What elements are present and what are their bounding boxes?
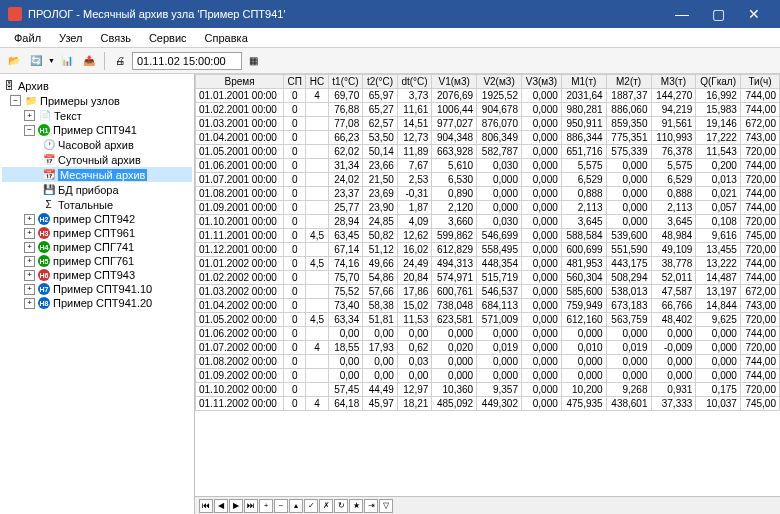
table-row[interactable]: 01.02.2001 00:00076,8865,2711,611006,449…: [196, 103, 780, 117]
table-row[interactable]: 01.11.2001 00:0004,563,4550,8212,62599,8…: [196, 229, 780, 243]
expand-icon[interactable]: +: [24, 228, 35, 239]
nav-refresh-button[interactable]: ↻: [334, 499, 348, 513]
expand-icon[interactable]: +: [24, 256, 35, 267]
table-row[interactable]: 01.01.2002 00:0004,574,1649,6624,49494,3…: [196, 257, 780, 271]
column-header[interactable]: Ти(ч): [740, 75, 779, 89]
nav-cancel-button[interactable]: ✗: [319, 499, 333, 513]
column-header[interactable]: Q(Гкал): [696, 75, 741, 89]
table-row[interactable]: 01.05.2002 00:0004,563,3451,8111,53623,5…: [196, 313, 780, 327]
table-row[interactable]: 01.09.2002 00:0000,000,000,000,0000,0000…: [196, 369, 780, 383]
column-header[interactable]: M3(т): [651, 75, 696, 89]
close-button[interactable]: ✕: [736, 0, 772, 28]
tree-totals[interactable]: Σ Тотальные: [2, 197, 192, 212]
table-row[interactable]: 01.08.2001 00:00023,3723,69-0,310,8900,0…: [196, 187, 780, 201]
tree-spt943[interactable]: + Н6 пример СПТ943: [2, 268, 192, 282]
table-row[interactable]: 01.02.2002 00:00075,7054,8620,84574,9715…: [196, 271, 780, 285]
refresh-button[interactable]: 🔄: [26, 51, 46, 71]
table-cell: 672,00: [740, 117, 779, 131]
nav-prev-button[interactable]: ◀: [214, 499, 228, 513]
menu-node[interactable]: Узел: [51, 30, 90, 46]
table-row[interactable]: 01.07.2001 00:00024,0221,502,536,5300,00…: [196, 173, 780, 187]
maximize-button[interactable]: ▢: [700, 0, 736, 28]
table-cell: 01.03.2002 00:00: [196, 285, 284, 299]
table-cell: 57,66: [363, 285, 398, 299]
export-button[interactable]: 📤: [79, 51, 99, 71]
table-row[interactable]: 01.05.2001 00:00062,0250,1411,89663,9285…: [196, 145, 780, 159]
nav-edit-button[interactable]: ▴: [289, 499, 303, 513]
tree-root-archive[interactable]: 🗄 Архив: [2, 78, 192, 93]
tree-daily-archive[interactable]: 📅 Суточный архив: [2, 152, 192, 167]
nav-bookmark-button[interactable]: ★: [349, 499, 363, 513]
tree-text[interactable]: + 📄 Текст: [2, 108, 192, 123]
table-row[interactable]: 01.10.2002 00:00057,4544,4912,9710,3609,…: [196, 383, 780, 397]
tree-examples[interactable]: − 📁 Примеры узлов: [2, 93, 192, 108]
menu-file[interactable]: Файл: [6, 30, 49, 46]
column-header[interactable]: Время: [196, 75, 284, 89]
nav-goto-button[interactable]: ⇥: [364, 499, 378, 513]
nav-post-button[interactable]: ✓: [304, 499, 318, 513]
table-cell: 0: [284, 313, 306, 327]
column-header[interactable]: t1(°C): [328, 75, 363, 89]
table-row[interactable]: 01.06.2002 00:0000,000,000,000,0000,0000…: [196, 327, 780, 341]
menu-service[interactable]: Сервис: [141, 30, 195, 46]
expand-icon[interactable]: +: [24, 284, 35, 295]
menu-help[interactable]: Справка: [197, 30, 256, 46]
data-grid[interactable]: ВремяСПНСt1(°C)t2(°C)dt(°C)V1(м3)V2(м3)V…: [195, 74, 780, 411]
table-cell: 66,766: [651, 299, 696, 313]
table-row[interactable]: 01.10.2001 00:00028,9424,854,093,6600,03…: [196, 215, 780, 229]
column-header[interactable]: M1(т): [561, 75, 606, 89]
table-row[interactable]: 01.04.2002 00:00073,4058,3815,02738,0486…: [196, 299, 780, 313]
table-row[interactable]: 01.03.2002 00:00075,5257,6617,86600,7615…: [196, 285, 780, 299]
open-button[interactable]: 📂: [4, 51, 24, 71]
collapse-icon[interactable]: −: [10, 95, 21, 106]
tree-spg741[interactable]: + Н4 пример СПГ741: [2, 240, 192, 254]
tree-device-db[interactable]: 💾 БД прибора: [2, 182, 192, 197]
table-row[interactable]: 01.01.2001 00:000469,7065,973,732076,691…: [196, 89, 780, 103]
tree-monthly-archive[interactable]: 📆 Месячный архив: [2, 167, 192, 182]
column-header[interactable]: dt(°C): [397, 75, 432, 89]
print-button[interactable]: 🖨: [110, 51, 130, 71]
table-row[interactable]: 01.09.2001 00:00025,7723,901,872,1200,00…: [196, 201, 780, 215]
column-header[interactable]: V1(м3): [432, 75, 477, 89]
table-row[interactable]: 01.11.2002 00:000464,1845,9718,21485,092…: [196, 397, 780, 411]
table-row[interactable]: 01.06.2001 00:00031,3423,667,675,6100,03…: [196, 159, 780, 173]
dropdown-arrow-icon[interactable]: ▼: [48, 57, 55, 64]
nav-next-button[interactable]: ▶: [229, 499, 243, 513]
tool-button-1[interactable]: 📊: [57, 51, 77, 71]
table-row[interactable]: 01.03.2001 00:00077,0862,5714,51977,0278…: [196, 117, 780, 131]
column-header[interactable]: V2(м3): [477, 75, 522, 89]
minimize-button[interactable]: —: [664, 0, 700, 28]
date-picker-button[interactable]: ▦: [244, 51, 264, 71]
tree-spt942[interactable]: + Н2 пример СПТ942: [2, 212, 192, 226]
collapse-icon[interactable]: −: [24, 125, 35, 136]
tree-hourly-archive[interactable]: 🕐 Часовой архив: [2, 137, 192, 152]
tree-spt941-10[interactable]: + Н7 Пример СПТ941.10: [2, 282, 192, 296]
expand-icon[interactable]: +: [24, 298, 35, 309]
column-header[interactable]: НС: [306, 75, 328, 89]
datetime-input[interactable]: [132, 52, 242, 70]
nav-add-button[interactable]: +: [259, 499, 273, 513]
column-header[interactable]: V3(м3): [521, 75, 561, 89]
table-row[interactable]: 01.12.2001 00:00067,1451,1216,02612,8295…: [196, 243, 780, 257]
column-header[interactable]: t2(°C): [363, 75, 398, 89]
tree-spt941-20[interactable]: + Н8 Пример СПТ941.20: [2, 296, 192, 310]
table-row[interactable]: 01.08.2002 00:0000,000,000,030,0000,0000…: [196, 355, 780, 369]
nav-first-button[interactable]: ⏮: [199, 499, 213, 513]
expand-icon[interactable]: +: [24, 242, 35, 253]
tree-spg761[interactable]: + Н5 пример СПГ761: [2, 254, 192, 268]
table-row[interactable]: 01.04.2001 00:00066,2353,5012,73904,3488…: [196, 131, 780, 145]
table-cell: 0: [284, 215, 306, 229]
tree-spt961[interactable]: + Н3 пример СПТ961: [2, 226, 192, 240]
nav-delete-button[interactable]: −: [274, 499, 288, 513]
column-header[interactable]: M2(т): [606, 75, 651, 89]
expand-icon[interactable]: +: [24, 110, 35, 121]
expand-icon[interactable]: +: [24, 270, 35, 281]
menu-connection[interactable]: Связь: [93, 30, 139, 46]
tree-spt941[interactable]: − Н1 Пример СПТ941: [2, 123, 192, 137]
table-row[interactable]: 01.07.2002 00:000418,5517,930,620,0200,0…: [196, 341, 780, 355]
column-header[interactable]: СП: [284, 75, 306, 89]
table-cell: -0,31: [397, 187, 432, 201]
expand-icon[interactable]: +: [24, 214, 35, 225]
nav-last-button[interactable]: ⏭: [244, 499, 258, 513]
nav-filter-button[interactable]: ▽: [379, 499, 393, 513]
